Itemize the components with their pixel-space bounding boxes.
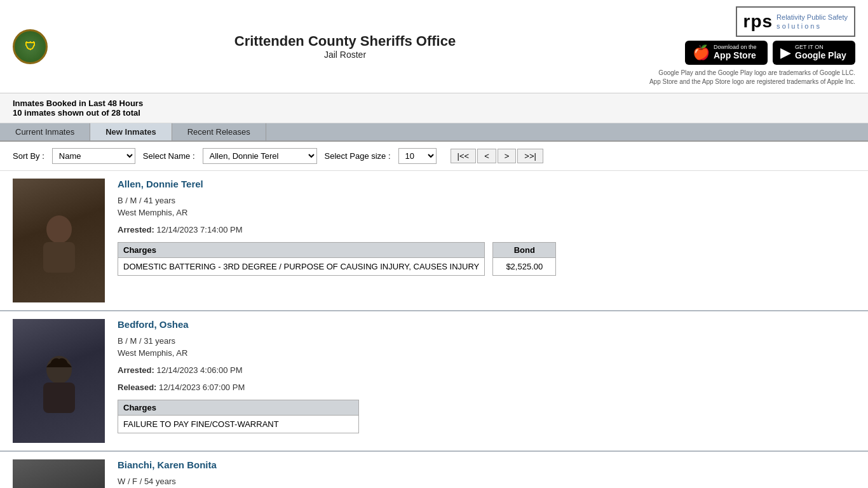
inmate-arrested: Arrested: 12/14/2023 4:06:00 PM [118,365,855,375]
inmate-race-gender-age: B / M / 31 years [118,336,855,346]
released-date: 12/14/2023 6:07:00 PM [159,383,245,392]
tab-bar: Current Inmates New Inmates Recent Relea… [0,123,868,142]
photo-placeholder [13,319,105,443]
photo-placeholder [13,459,105,488]
booking-info-bar: Inmates Booked in Last 48 Hours 10 inmat… [0,93,868,123]
inmate-list: Allen, Donnie Terel B / M / 41 years Wes… [0,171,868,488]
inmate-location: West Memphis, AR [118,208,855,217]
charges-container: Charges DOMESTIC BATTERING - 3RD DEGREE … [118,242,855,276]
charges-body: DOMESTIC BATTERING - 3RD DEGREE / PURPOS… [118,258,484,275]
page-title: Crittenden County Sheriffs Office [51,33,639,50]
arrested-date: 12/14/2023 7:14:00 PM [156,225,242,234]
page-subtitle: Jail Roster [51,50,639,60]
charges-container: Charges FAILURE TO PAY FINE/COST-WARRANT [118,400,855,433]
rps-logo: rps Relativity Public Safety s o l u t i… [736,6,855,37]
rps-letters: rps [743,11,773,32]
inmate-released: Released: 12/14/2023 6:07:00 PM [118,383,855,392]
booking-line1: Inmates Booked in Last 48 Hours [13,98,855,108]
bond-header: Bond [493,243,555,258]
svg-rect-3 [43,383,75,413]
page-prev-button[interactable]: < [477,149,496,163]
page-size-label: Select Page size : [325,151,391,161]
page-header: 🛡 Crittenden County Sheriffs Office Jail… [0,0,868,93]
svg-point-0 [46,215,72,243]
disclaimer-text: Google Play and the Google Play logo are… [649,69,855,86]
header-right-area: rps Relativity Public Safety s o l u t i… [639,6,855,86]
apple-icon: 🍎 [693,44,710,61]
sort-select[interactable]: Name Date Booking Number [52,148,135,164]
table-row: Bedford, Oshea B / M / 31 years West Mem… [0,311,868,452]
bond-table: Bond $2,525.00 [492,242,556,276]
inmate-photo [13,459,105,488]
page-next-button[interactable]: > [498,149,517,163]
page-first-button[interactable]: |<< [451,149,477,163]
google-play-small: GET IT ON [795,44,846,50]
controls-bar: Sort By : Name Date Booking Number Selec… [0,142,868,171]
tab-current-inmates[interactable]: Current Inmates [0,123,90,140]
app-store-text: Download on the App Store [714,44,757,61]
rps-line2: s o l u t i o n s [776,22,848,30]
charges-table: Charges FAILURE TO PAY FINE/COST-WARRANT [118,400,359,433]
name-select[interactable]: Allen, Donnie Terel Bedford, Oshea Bianc… [203,148,317,164]
app-store-small: Download on the [714,44,757,50]
name-label: Select Name : [143,151,195,161]
inmate-name[interactable]: Bedford, Oshea [118,319,855,330]
badge-container: 🛡 [13,29,51,64]
inmate-race-gender-age: B / M / 41 years [118,196,855,205]
tab-new-inmates[interactable]: New Inmates [90,123,172,140]
google-play-text: GET IT ON Google Play [795,44,846,61]
rps-line1: Relativity Public Safety [776,13,848,22]
svg-rect-1 [43,242,75,273]
photo-placeholder [13,179,105,302]
inmate-name[interactable]: Bianchi, Karen Bonita [118,459,855,470]
inmate-details: Allen, Donnie Terel B / M / 41 years Wes… [118,179,855,276]
inmate-arrested: Arrested: 12/14/2023 7:14:00 PM [118,225,855,234]
google-play-button[interactable]: ▶ GET IT ON Google Play [773,41,855,65]
header-title-area: Crittenden County Sheriffs Office Jail R… [51,33,639,60]
table-row: Allen, Donnie Terel B / M / 41 years Wes… [0,171,868,311]
sheriff-badge: 🛡 [13,29,48,64]
page-size-select[interactable]: 10 25 50 [398,148,437,164]
charges-body: FAILURE TO PAY FINE/COST-WARRANT [118,416,358,433]
inmate-race-gender-age: W / F / 54 years [118,477,855,486]
google-play-icon: ▶ [780,44,791,61]
bond-amount: $2,525.00 [493,258,555,275]
app-buttons: 🍎 Download on the App Store ▶ GET IT ON … [685,41,855,65]
app-store-button[interactable]: 🍎 Download on the App Store [685,41,768,65]
app-store-large: App Store [714,50,757,61]
booking-line2: 10 inmates shown out of 28 total [13,108,855,118]
charges-header: Charges [118,400,358,416]
pagination: |<< < > >>| [451,149,543,163]
inmate-photo [13,319,105,443]
inmate-details: Bianchi, Karen Bonita W / F / 54 years M… [118,459,855,488]
sort-label: Sort By : [13,151,44,161]
charges-header: Charges [118,243,484,258]
google-play-large: Google Play [795,50,846,61]
tab-recent-releases[interactable]: Recent Releases [172,123,266,140]
arrested-label: Arrested: [118,365,156,375]
badge-icon: 🛡 [25,40,36,53]
inmate-name[interactable]: Allen, Donnie Terel [118,179,855,189]
charges-table: Charges DOMESTIC BATTERING - 3RD DEGREE … [118,242,485,276]
inmate-details: Bedford, Oshea B / M / 31 years West Mem… [118,319,855,433]
arrested-date: 12/14/2023 4:06:00 PM [156,365,242,375]
released-label: Released: [118,383,159,392]
inmate-location: West Memphis, AR [118,348,855,358]
table-row: Bianchi, Karen Bonita W / F / 54 years M… [0,452,868,488]
inmate-photo [13,179,105,302]
rps-tagline: Relativity Public Safety s o l u t i o n… [776,13,848,31]
arrested-label: Arrested: [118,225,156,234]
page-last-button[interactable]: >>| [517,149,543,163]
